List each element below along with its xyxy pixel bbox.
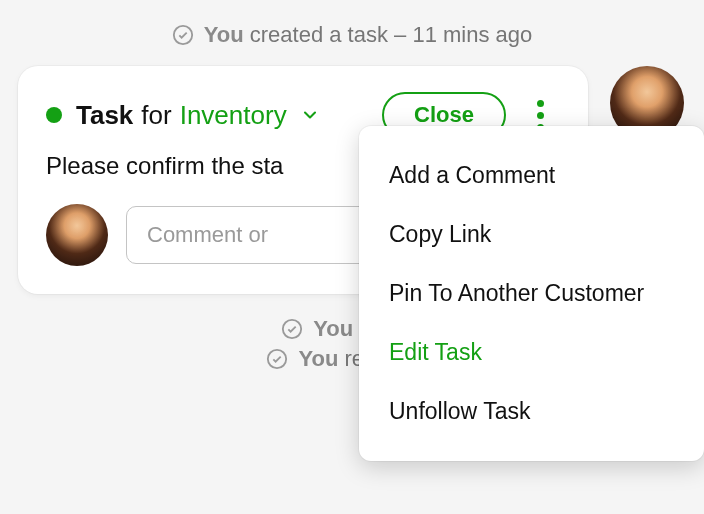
svg-point-2 (268, 350, 286, 368)
task-title: Task for Inventory (76, 100, 321, 131)
check-circle-icon (266, 348, 288, 370)
check-circle-icon (172, 24, 194, 46)
current-user-avatar (46, 204, 108, 266)
timeline: You created a task – 11 mins ago Task fo… (0, 0, 704, 372)
chevron-down-icon[interactable] (299, 104, 321, 126)
menu-add-comment[interactable]: Add a Comment (359, 146, 704, 205)
check-circle-icon (281, 318, 303, 340)
status-dot-icon (46, 107, 62, 123)
menu-copy-link[interactable]: Copy Link (359, 205, 704, 264)
svg-point-1 (283, 320, 301, 338)
activity-who: You (313, 316, 353, 341)
activity-created: You created a task – 11 mins ago (0, 22, 704, 48)
task-category[interactable]: Inventory (180, 100, 287, 131)
menu-edit-task[interactable]: Edit Task (359, 323, 704, 382)
menu-unfollow-task[interactable]: Unfollow Task (359, 382, 704, 441)
card-area: Task for Inventory Close Please confirm … (18, 66, 694, 294)
task-actions-menu: Add a Comment Copy Link Pin To Another C… (359, 126, 704, 461)
activity-who: You (298, 346, 338, 371)
menu-pin-customer[interactable]: Pin To Another Customer (359, 264, 704, 323)
activity-who: You (204, 22, 244, 47)
svg-point-0 (174, 26, 192, 44)
